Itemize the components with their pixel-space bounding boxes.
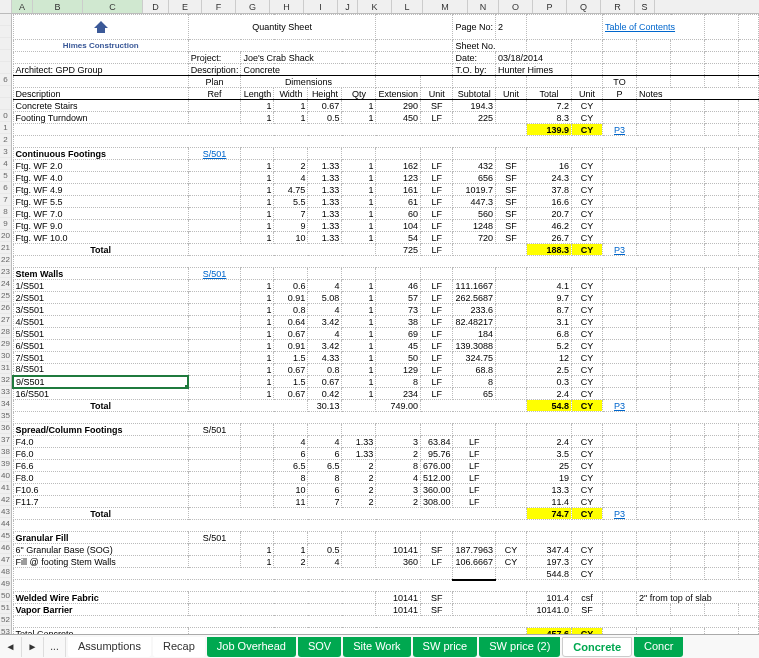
section-gran[interactable]: Granular Fill: [13, 532, 188, 544]
link-toc: Table of Contents: [605, 22, 675, 32]
section-spread[interactable]: Spread/Column Footings: [13, 424, 188, 436]
sheet-tabs: ◄ ► ... AssumptionsRecapJob OverheadSOVS…: [0, 634, 759, 658]
section-wwf[interactable]: Welded Wire Fabric: [13, 592, 188, 604]
svg-marker-0: [94, 21, 108, 33]
hdr-desc[interactable]: Description: [13, 88, 188, 100]
title-quantity-sheet[interactable]: Quantity Sheet: [188, 15, 376, 40]
tab-recap[interactable]: Recap: [153, 637, 205, 657]
section-stem[interactable]: Stem Walls: [13, 268, 188, 280]
tab-nav-more[interactable]: ...: [44, 637, 66, 657]
tab-concr[interactable]: Concr: [634, 637, 683, 657]
tab-job-overhead[interactable]: Job Overhead: [207, 637, 296, 657]
hdr-plan[interactable]: Plan: [188, 76, 241, 88]
tab-sw-price-2-[interactable]: SW price (2): [479, 637, 560, 657]
tab-nav-next[interactable]: ►: [22, 637, 44, 657]
project-name[interactable]: Joe's Crab Shack: [241, 52, 376, 64]
row-desc[interactable]: Concrete Stairs: [13, 100, 188, 112]
architect[interactable]: Architect: GPD Group: [13, 64, 188, 76]
tab-concrete[interactable]: Concrete: [562, 637, 632, 657]
section-cont-foot[interactable]: Continuous Footings: [13, 148, 188, 160]
logo-icon[interactable]: [13, 15, 188, 40]
column-headers: ABCDEFGHIJKLMNOPQRS: [0, 0, 759, 14]
section-vb[interactable]: Vapor Barrier: [13, 604, 188, 616]
row-desc[interactable]: Footing Turndown: [13, 112, 188, 124]
tab-sw-price[interactable]: SW price: [413, 637, 478, 657]
tab-assumptions[interactable]: Assumptions: [68, 637, 151, 657]
tab-sov[interactable]: SOV: [298, 637, 341, 657]
hdr-dims[interactable]: Dimensions: [241, 76, 376, 88]
tab-site-work[interactable]: Site Work: [343, 637, 410, 657]
link-p3[interactable]: P3: [603, 124, 637, 136]
company-name[interactable]: Himes Construction: [13, 40, 188, 52]
row-numbers: 6012345678920212223242526272829303132333…: [0, 14, 12, 650]
spreadsheet-grid[interactable]: Quantity SheetPage No:2Table of Contents…: [12, 14, 759, 634]
tab-nav-prev[interactable]: ◄: [0, 637, 22, 657]
